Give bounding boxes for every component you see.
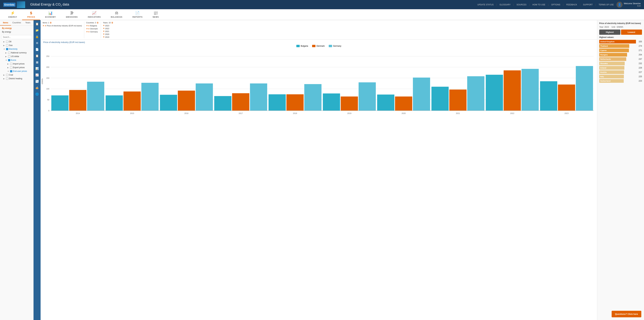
checkbox-coal[interactable] [6,74,8,76]
tab-indicators[interactable]: 📈 INDICATORS [83,9,106,20]
tree-label-us-dollar: US dollar [11,55,19,58]
tab-emissions[interactable]: 🌫 EMISSIONS [61,9,83,20]
filter-years-label: Years: 10 [103,22,111,24]
filter-country-x-0[interactable]: ✕ [86,25,88,27]
filter-year-x-3[interactable]: ✕ [103,33,104,35]
checkbox-gas[interactable] [6,44,8,47]
filter-years-trash[interactable]: 🗑 [111,22,113,24]
lowest-button[interactable]: Lowest [621,30,642,35]
nav-glossary[interactable]: GLOSSARY [500,4,511,6]
tool-icon-file[interactable]: 📄 [34,46,40,52]
tab-news[interactable]: 📰 NEWS [148,9,164,20]
filter-items-trash[interactable]: 🗑 [50,22,52,24]
logo-text: Enerdata [4,3,14,6]
header-nav: UPDATE STATUS | GLOSSARY | SOURCES | HOW… [478,3,614,6]
checkbox-euros[interactable] [8,59,10,61]
chart-legend: Bulgaria Denmark Germany [40,45,597,47]
filter-country-x-1[interactable]: ✕ [86,28,88,30]
nav-terms-of-use[interactable]: TERMS OF USE [598,4,614,6]
filter-years-header: Years: 10 🗑 [103,22,113,24]
svg-rect-14 [69,90,86,111]
tool-icon-lock[interactable]: 🔒 [34,34,40,40]
ranking-bar: United Kingdom [599,40,636,44]
tool-icon-table[interactable]: ▦ [34,59,40,65]
sidebar-tab-countries[interactable]: Countries [11,20,22,26]
filter-year-x-0[interactable]: ✕ [103,25,104,27]
checkbox-district-heating[interactable] [6,78,8,80]
nav-sources[interactable]: SOURCES [516,4,526,6]
filter-country-tag-0: ✕ ● Bulgaria [86,25,99,27]
nav-feedback[interactable]: FEEDBACK [566,4,577,6]
tree-label-euros: Euros [11,59,16,61]
checkbox-electricity[interactable] [6,48,8,50]
svg-rect-51 [576,66,593,111]
sidebar-tab-items[interactable]: Items [0,20,11,26]
tree-item-gas[interactable]: ▶ Gas [0,44,33,47]
expand-icon: ▼ [5,59,8,61]
ranking-country: Netherlands [600,58,611,60]
tab-balances-label: BALANCES [111,16,122,18]
tree-item-euros[interactable]: ▼ Euros [0,58,33,62]
checkbox-import-prices[interactable] [10,63,12,65]
filter-year-x-1[interactable]: ✕ [103,27,104,30]
tree-item-end-user-prices[interactable]: ▼ End-user prices [0,69,33,73]
tool-icon-file2[interactable]: 📋 [34,53,40,59]
nav-options[interactable]: OPTIONS [551,4,560,6]
highest-button[interactable]: Highest [599,30,620,35]
exit-link[interactable]: Exit [624,5,641,7]
tree-item-us-dollar[interactable]: ▶ US dollar [0,55,33,58]
filter-year-x-4[interactable]: ✕ [103,36,104,38]
tree-item-export-prices[interactable]: ▶ Export prices [0,66,33,69]
tab-balances[interactable]: ⚖ BALANCES [106,9,128,20]
toggle-buttons: Highest Lowest [599,30,642,35]
tool-icon-linechart[interactable]: 📈 [34,72,40,78]
tree-item-district-heating[interactable]: ▶ District heating [0,77,33,80]
tool-icon-globe[interactable]: 🌐 [34,91,40,97]
tool-icon-area[interactable]: 📉 [34,78,40,84]
nav-update-status[interactable]: UPDATE STATUS [478,4,494,6]
tree-item-electricity[interactable]: ▼ Electricity [0,47,33,51]
svg-text:0: 0 [48,110,49,112]
filter-country-tag-2: ✕ ● Germany [86,31,99,33]
checkbox-oil[interactable] [6,41,8,43]
filter-items: Items: 1 🗑 ✕ ● Price of electricity indu… [42,22,82,27]
tool-icon-settings[interactable]: ⚙ [34,40,40,46]
tab-energy[interactable]: ⚡ ENERGY [3,9,22,20]
filter-bar: Items: 1 🗑 ✕ ● Price of electricity indu… [40,20,597,40]
tab-emissions-label: EMISSIONS [66,16,78,18]
questions-button[interactable]: Questions? Click here [612,311,641,317]
filter-country-x-2[interactable]: ✕ [86,31,88,33]
tool-icon-doc[interactable]: 📋 [34,21,40,27]
tree-item-oil[interactable]: ▶ Oil [0,40,33,44]
energy-icon: ⚡ [10,11,15,15]
filter-item-x-0[interactable]: ✕ [42,25,44,27]
checkbox-export-prices[interactable] [10,67,12,69]
news-icon: 📰 [154,11,158,15]
tab-economy[interactable]: 📊 ECONOMY [40,9,61,20]
tool-icon-pie[interactable]: 🥧 [34,85,40,91]
tab-prices[interactable]: $ PRICES [22,9,40,20]
sidebar-tab-years[interactable]: Years [22,20,33,26]
tab-reports[interactable]: 📄 REPORTS [128,9,148,20]
ranking-item: Hungary 254 [599,53,642,57]
search-input[interactable] [1,35,32,39]
nav-how-to-use[interactable]: HOW TO USE [532,4,546,6]
tool-icon-folder[interactable]: 📁 [34,27,40,33]
tree-item-import-prices[interactable]: ▶ Import prices [0,62,33,66]
svg-rect-37 [377,95,394,111]
ranking-item: Thailand 274 [599,44,642,48]
tree-item-national-currency[interactable]: ▶ National currency [0,51,33,55]
filter-items-header: Items: 1 🗑 [42,22,82,24]
nav-support[interactable]: SUPPORT [583,4,593,6]
checkbox-national-currency[interactable] [8,52,10,54]
ranking-bar: Ireland [599,66,624,70]
tree-label-export-prices: Export prices [13,66,25,69]
tool-icon-barchart[interactable]: 📊 [34,66,40,72]
filter-year-x-2[interactable]: ✕ [103,30,104,33]
filter-countries-trash[interactable]: 🗑 [97,22,99,24]
checkbox-end-user-prices[interactable] [10,70,12,72]
checkbox-us-dollar[interactable] [8,55,10,58]
tree-item-coal[interactable]: ▶ Coal [0,73,33,77]
ranking-value: 225 [637,75,642,78]
svg-rect-45 [486,75,503,111]
